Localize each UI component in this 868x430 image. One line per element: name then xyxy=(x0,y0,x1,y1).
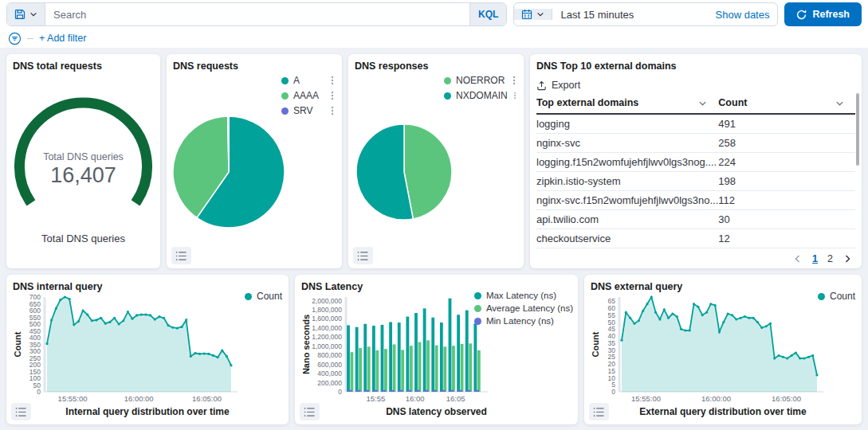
column-header-count[interactable]: Count xyxy=(718,94,855,114)
panel-title: DNS responses xyxy=(355,61,517,72)
legend-dot xyxy=(444,77,451,84)
svg-text:Total DNS queries: Total DNS queries xyxy=(43,151,124,162)
count-cell: 491 xyxy=(718,114,855,134)
table-row: checkoutservice12 xyxy=(536,229,855,248)
gauge-bottom-label: Total DNS queries xyxy=(6,233,160,244)
filter-bar: + Add filter xyxy=(0,29,868,48)
svg-text:600: 600 xyxy=(29,307,41,315)
calendar-icon xyxy=(521,9,532,20)
table-row: logging491 xyxy=(536,114,855,134)
svg-text:30: 30 xyxy=(608,346,616,354)
domains-table: Top external domains Count logging491ngi… xyxy=(536,94,855,248)
legend-actions-icon[interactable] xyxy=(329,105,336,116)
table-row: nginx-svc.f15n2womfujehfjlwv0lgs3no...11… xyxy=(536,191,855,210)
dashboard-viewport: DNS total requests Total DNS queries16,4… xyxy=(0,48,868,430)
legend-dot xyxy=(474,318,481,325)
legend-dot xyxy=(281,108,289,115)
panel-dns-internal-query: DNS internal query Count 050100150200250… xyxy=(6,275,289,424)
pagination-prev-icon[interactable] xyxy=(793,254,803,264)
svg-text:400,000: 400,000 xyxy=(317,369,342,377)
table-scrollbar[interactable] xyxy=(856,93,859,166)
search-bar: KQL xyxy=(6,2,507,26)
panel-title: DNS total requests xyxy=(13,61,154,72)
svg-text:550: 550 xyxy=(29,314,41,322)
sort-chevron-icon[interactable] xyxy=(835,99,844,108)
panel-dns-top-external-domains: DNS Top 10 external domains Export Top e… xyxy=(530,54,862,268)
legend-item[interactable]: Min Latency (ns) xyxy=(474,316,573,326)
panel-title: DNS external query xyxy=(591,281,855,293)
legend-toggle-button[interactable] xyxy=(300,403,320,420)
time-range-value[interactable]: Last 15 minutes xyxy=(552,9,707,21)
legend-label: Average Latency (ns) xyxy=(486,303,573,313)
legend-item[interactable]: Average Latency (ns) xyxy=(474,303,573,313)
svg-text:1,400,000: 1,400,000 xyxy=(312,324,342,332)
legend-dot xyxy=(281,92,289,100)
svg-text:25: 25 xyxy=(608,353,616,361)
domain-cell: logging xyxy=(536,114,718,134)
svg-text:1,800,000: 1,800,000 xyxy=(312,306,342,314)
panel-title: DNS internal query xyxy=(13,281,282,293)
legend-actions-icon[interactable] xyxy=(329,90,336,101)
pagination-page-button[interactable]: 2 xyxy=(827,253,833,264)
svg-text:15:55:00: 15:55:00 xyxy=(631,394,661,403)
svg-text:40: 40 xyxy=(608,332,616,340)
column-header-domains[interactable]: Top external domains xyxy=(536,94,718,114)
legend-label: NXDOMAIN xyxy=(456,90,508,101)
filter-icon[interactable] xyxy=(8,32,22,45)
legend-toggle-button[interactable] xyxy=(589,403,609,420)
show-dates-button[interactable]: Show dates xyxy=(708,9,778,21)
table-row: logging.f15n2womfujehfjlwv0lgs3nog....22… xyxy=(536,153,855,172)
legend-item[interactable]: Count xyxy=(818,291,855,302)
legend-actions-icon[interactable] xyxy=(329,75,336,86)
legend-toggle-button[interactable] xyxy=(11,403,31,420)
legend-item[interactable]: AAAA xyxy=(281,90,336,101)
legend-item[interactable]: NOERROR xyxy=(444,75,517,86)
legend-item[interactable]: SRV xyxy=(281,105,336,116)
legend-item[interactable]: A xyxy=(281,75,336,86)
svg-text:450: 450 xyxy=(29,327,41,335)
pie-legend: AAAAASRV xyxy=(281,75,336,116)
sort-chevron-icon[interactable] xyxy=(698,99,707,108)
svg-text:20: 20 xyxy=(608,360,616,368)
search-input[interactable] xyxy=(45,3,469,25)
kql-button[interactable]: KQL xyxy=(469,3,506,25)
count-cell: 30 xyxy=(718,210,855,229)
svg-text:45: 45 xyxy=(608,325,616,333)
svg-text:800,000: 800,000 xyxy=(317,351,342,359)
legend-toggle-button[interactable] xyxy=(353,247,373,264)
table-pagination: 12 xyxy=(793,253,852,264)
panel-dns-requests: DNS requests AAAAASRV xyxy=(167,54,342,268)
svg-text:350: 350 xyxy=(29,341,41,349)
legend-item[interactable]: Count xyxy=(245,291,282,302)
saved-query-menu-button[interactable] xyxy=(7,3,45,25)
internal-query-area-chart[interactable]: 0501001502002503003504004505005506006507… xyxy=(13,293,282,405)
calendar-menu-button[interactable] xyxy=(514,9,552,20)
svg-text:16:00:00: 16:00:00 xyxy=(701,394,731,403)
legend-dot xyxy=(281,77,289,84)
legend-item[interactable]: NXDOMAIN xyxy=(444,90,517,101)
top-navigation-bar: KQL Last 15 minutes Show dates Refresh xyxy=(0,0,868,29)
svg-text:400: 400 xyxy=(29,334,41,342)
svg-text:15:55:00: 15:55:00 xyxy=(58,394,88,403)
export-button[interactable]: Export xyxy=(536,80,580,91)
legend-label: Count xyxy=(830,291,855,302)
pagination-next-icon[interactable] xyxy=(842,254,852,264)
svg-text:200,000: 200,000 xyxy=(317,379,342,387)
legend-toggle-button[interactable] xyxy=(171,247,191,264)
external-query-area-chart[interactable]: 0510152025303540455055606515:55:0016:00:… xyxy=(591,293,855,405)
legend-actions-icon[interactable] xyxy=(513,90,517,101)
add-filter-button[interactable]: + Add filter xyxy=(39,33,86,44)
domain-cell: nginx-svc.f15n2womfujehfjlwv0lgs3no... xyxy=(536,191,718,210)
legend-label: Max Latency (ns) xyxy=(486,291,556,300)
domain-cell: api.twilio.com xyxy=(536,210,718,229)
svg-text:16:05:00: 16:05:00 xyxy=(192,394,222,403)
svg-text:5: 5 xyxy=(611,381,615,389)
legend-actions-icon[interactable] xyxy=(511,75,517,86)
svg-text:0: 0 xyxy=(338,388,342,396)
export-label: Export xyxy=(552,80,580,91)
refresh-button[interactable]: Refresh xyxy=(784,2,862,26)
chevron-down-icon xyxy=(29,10,37,18)
svg-text:250: 250 xyxy=(29,354,41,362)
legend-item[interactable]: Max Latency (ns) xyxy=(474,291,573,300)
pagination-page-button[interactable]: 1 xyxy=(812,253,818,264)
